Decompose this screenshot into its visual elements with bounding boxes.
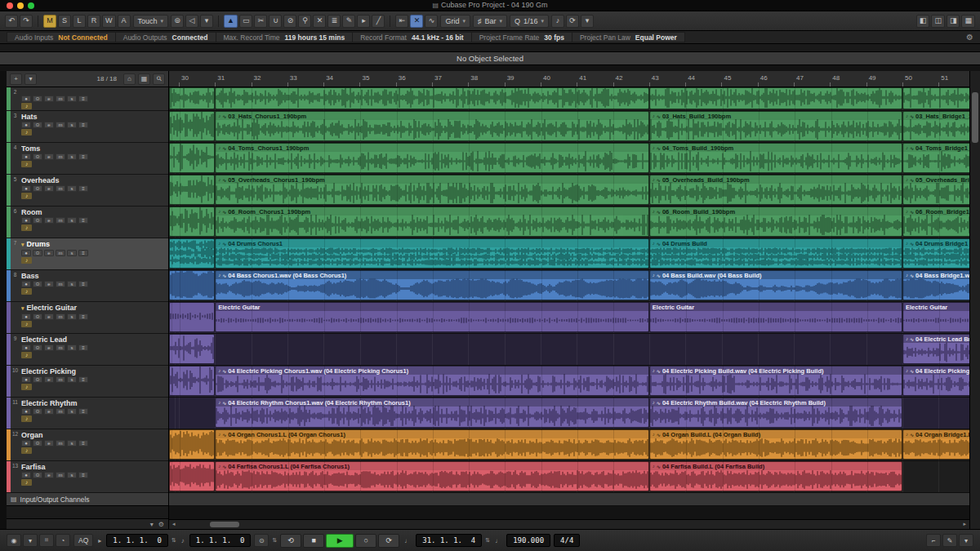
tempo-display[interactable]: 190.000	[506, 534, 550, 547]
comp-button[interactable]: ≣	[327, 15, 341, 28]
more-button[interactable]: ≡	[78, 472, 88, 478]
lower-zone-toggle-button[interactable]: ◫	[931, 15, 945, 28]
clip-05-overheads-build-190bpm[interactable]: ♪∿05_Overheads_Build_190bpm	[649, 175, 902, 205]
clip-04-toms-chorus1-190bpm[interactable]: ♪∿04_Toms_Chorus1_190bpm	[215, 143, 649, 173]
track-row-organ[interactable]: 12Organ●⊙ems≡♪	[7, 429, 168, 461]
clip-unlabeled[interactable]	[169, 175, 215, 205]
toolbar-s-button[interactable]: S	[58, 15, 71, 28]
record-arm-button[interactable]: ●	[21, 96, 31, 102]
clip-04-organ-chorus1-l-04-organ-chorus1[interactable]: ♪∿04 Organ Chorus1.L (04 Organ Chorus1)	[215, 429, 649, 460]
line-button[interactable]: ╱	[372, 15, 385, 28]
stop-button[interactable]: ■	[303, 534, 324, 548]
clip-03-hats-build-190bpm[interactable]: ♪∿03_Hats_Build_190bpm	[649, 111, 902, 141]
play-button[interactable]: ▸	[357, 15, 370, 28]
record-arm-button[interactable]: ●	[21, 185, 31, 192]
mute-button[interactable]: m	[56, 472, 65, 478]
clip-04-electric-picking-bridge1-wav-04-electric-picking-bridge1[interactable]: ♪∿04 Electric Picking Bridge1.wav (04 El…	[902, 366, 969, 396]
clip-06-room-build-190bpm[interactable]: ♪∿06_Room_Build_190bpm	[649, 207, 902, 237]
more-button[interactable]: ≡	[78, 313, 88, 320]
midi-activity-icon[interactable]: ⌐	[926, 534, 941, 547]
time-spinner[interactable]: ⇅	[172, 537, 176, 544]
monitor-button[interactable]: ⊙	[33, 122, 42, 128]
monitor-button[interactable]: ⊙	[33, 281, 42, 287]
track-row-electric-rhythm[interactable]: 11Electric Rhythm●⊙ems≡♪	[7, 398, 168, 429]
more-button[interactable]: ≡	[78, 217, 88, 224]
sync-button[interactable]: ⟳	[378, 534, 399, 548]
status-item-project-frame-rate[interactable]: Project Frame Rate30 fps	[471, 32, 572, 42]
clip-04-electric-rhythm-chorus1-wav-04-electric-rhythm-chorus1[interactable]: ♪∿04 Electric Rhythm Chorus1.wav (04 Ele…	[215, 398, 649, 428]
musical-mode-badge[interactable]: ♪	[21, 321, 32, 327]
clip-electric-guitar[interactable]: Electric Guitar	[649, 302, 902, 332]
mute-button[interactable]: m	[56, 408, 65, 415]
edit-channel-button[interactable]: e	[44, 122, 54, 128]
musical-mode-badge[interactable]: ♪	[21, 288, 32, 295]
mute-button[interactable]: m	[56, 313, 65, 320]
grid-value-select[interactable]: ♯ Bar ▾	[473, 15, 507, 28]
io-channels-row[interactable]: ▤ Input/Output Channels	[7, 493, 168, 506]
clip-04-bass-build-wav-04-bass-build[interactable]: ♪∿04 Bass Build.wav (04 Bass Build)	[649, 270, 902, 300]
add-track-button[interactable]: +	[10, 73, 22, 85]
monitor-button[interactable]: ⊙	[33, 185, 42, 192]
transport-menu-icon[interactable]: ▾	[959, 534, 973, 547]
mute-button[interactable]: m	[56, 376, 65, 383]
clip-unlabeled[interactable]	[169, 334, 215, 364]
cycle-button[interactable]: ⟲	[280, 534, 301, 548]
clip-04-toms-bridge1-190bpm[interactable]: ♪∿04_Toms_Bridge1_190bpm	[902, 143, 969, 173]
search-icon[interactable]: ⚲	[153, 73, 165, 85]
more-button[interactable]: ≡	[78, 153, 88, 160]
mute-button[interactable]: m	[56, 281, 65, 287]
track-row-room[interactable]: 6Room●⊙ems≡♪	[7, 207, 168, 238]
record-arm-button[interactable]: ●	[21, 376, 31, 383]
edit-channel-button[interactable]: e	[44, 281, 54, 287]
track-row-bass[interactable]: 8Bass●⊙ems≡♪	[7, 270, 168, 302]
clip-04-drums-build[interactable]: ♪∿04 Drums Build	[649, 238, 902, 269]
clip-unlabeled[interactable]	[902, 87, 969, 109]
snap-button[interactable]: ✕	[410, 15, 423, 28]
locator-display[interactable]: 31. 1. 1. 4	[416, 534, 482, 547]
status-item-project-pan-law[interactable]: Project Pan LawEqual Power	[572, 32, 685, 42]
edit-channel-button[interactable]: e	[44, 217, 54, 224]
snap-to-zero-button[interactable]: ⇤	[395, 15, 408, 28]
more-button[interactable]: ≡	[78, 185, 88, 192]
setup-window-layout-button[interactable]: ▦	[961, 15, 975, 28]
mute-button[interactable]: ✕	[313, 15, 326, 28]
draw-button[interactable]: ✎	[342, 15, 355, 28]
monitor-button[interactable]: ⊙	[33, 217, 42, 224]
solo-button[interactable]: s	[67, 281, 77, 287]
more-button[interactable]: ≡	[78, 376, 88, 383]
draw-automation-icon[interactable]: ✎	[942, 534, 957, 547]
more-button[interactable]: ≡	[78, 281, 88, 287]
add-track-menu[interactable]: ▾	[24, 73, 37, 85]
musical-mode-badge[interactable]: ♪	[21, 352, 32, 358]
mute-button[interactable]: m	[56, 185, 65, 192]
status-item-max-record-time[interactable]: Max. Record Time119 hours 15 mins	[216, 32, 353, 42]
monitor-button[interactable]: ⊙	[33, 408, 42, 415]
input-transformer-icon[interactable]: ⌗	[39, 534, 54, 547]
undo-button[interactable]: ↶	[5, 15, 18, 28]
edit-channel-button[interactable]: e	[44, 250, 54, 256]
solo-button[interactable]: s	[67, 153, 77, 160]
solo-button[interactable]: s	[67, 313, 77, 320]
record-arm-button[interactable]: ●	[21, 281, 31, 287]
clip-04-electric-picking-chorus1-wav-04-electric-picking-chorus1[interactable]: ♪∿04 Electric Picking Chorus1.wav (04 El…	[215, 366, 649, 396]
mute-button[interactable]: m	[56, 217, 65, 224]
clip-electric-guitar[interactable]: Electric Guitar	[215, 302, 649, 332]
track-row-toms[interactable]: 4Toms●⊙ems≡♪	[7, 143, 168, 175]
solo-button[interactable]: s	[67, 408, 77, 415]
musical-mode-badge[interactable]: ♪	[21, 193, 32, 199]
edit-channel-button[interactable]: e	[44, 408, 54, 415]
toolbar-w-button[interactable]: W	[102, 15, 116, 28]
secondary-time-display[interactable]: 1. 1. 1. 0	[189, 534, 252, 547]
erase-button[interactable]: ⊘	[283, 15, 296, 28]
iterative-quantize-button[interactable]: ♪	[551, 15, 564, 28]
solo-button[interactable]: s	[67, 96, 77, 102]
clip-unlabeled[interactable]	[169, 143, 215, 173]
quantize-menu-button[interactable]: ▾	[581, 15, 594, 28]
audition-icon[interactable]: ◉	[7, 534, 21, 547]
solo-button[interactable]: s	[67, 122, 77, 128]
grid-type-select[interactable]: Grid ▾	[440, 15, 470, 28]
clip-unlabeled[interactable]	[169, 111, 215, 141]
more-button[interactable]: ≡	[78, 344, 88, 351]
range-select-button[interactable]: ▭	[239, 15, 253, 28]
gear-icon[interactable]: ⚙	[966, 33, 973, 42]
